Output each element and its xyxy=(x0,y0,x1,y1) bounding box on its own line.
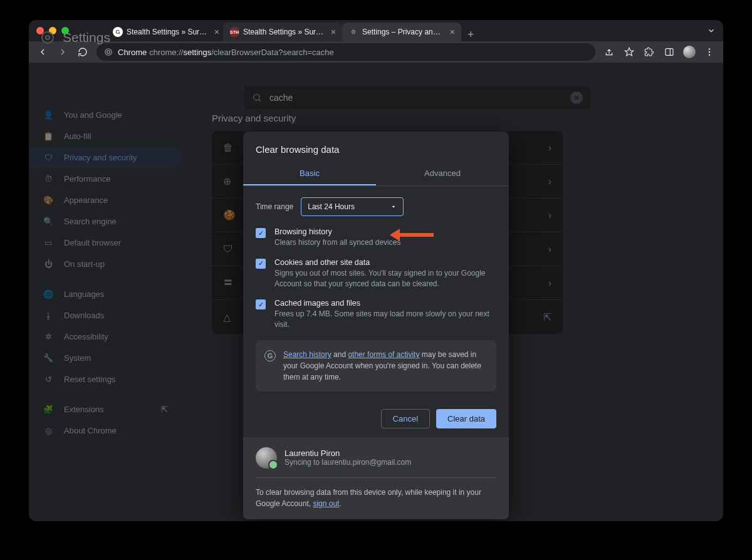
tab-basic[interactable]: Basic xyxy=(243,162,376,185)
info-text: Search history and other forms of activi… xyxy=(283,349,488,383)
sidebar-item-system[interactable]: 🔧System xyxy=(29,347,182,368)
cancel-button[interactable]: Cancel xyxy=(381,409,430,428)
shield-icon: 🛡 xyxy=(223,244,236,255)
user-name: Laurentiu Piron xyxy=(285,449,411,458)
sidebar-item-label: Accessibility xyxy=(64,332,108,341)
user-sync: Syncing to laurentiu.piron@gmail.com xyxy=(285,458,411,467)
clear-data-button[interactable]: Clear data xyxy=(436,409,496,428)
sidebar-item-label: Extensions xyxy=(64,405,104,414)
svg-marker-10 xyxy=(392,206,395,208)
cookie-icon: 🍪 xyxy=(223,209,236,221)
power-icon: ⏻ xyxy=(43,259,54,269)
tune-icon: 〓 xyxy=(223,276,236,289)
sidebar-item-performance[interactable]: ⏱Performance xyxy=(29,168,182,189)
time-range-row: Time range Last 24 Hours xyxy=(256,197,496,216)
shield-icon: 🛡 xyxy=(43,153,54,162)
sidebar-item-label: Performance xyxy=(64,174,110,184)
sidebar-item-label: Downloads xyxy=(64,311,104,320)
chrome-icon: ◎ xyxy=(43,426,54,435)
time-range-value: Last 24 Hours xyxy=(308,202,355,211)
dialog-footer: Laurentiu Piron Syncing to laurentiu.pir… xyxy=(243,437,509,519)
sidebar-item-label: Languages xyxy=(64,289,104,299)
speed-icon: ⏱ xyxy=(43,174,54,184)
sidebar-item-languages[interactable]: 🌐Languages xyxy=(29,283,182,304)
accessibility-icon: ✲ xyxy=(43,332,54,341)
settings-title: Settings xyxy=(63,30,110,45)
annotation-arrow xyxy=(400,233,434,237)
dialog-tabs: Basic Advanced xyxy=(243,162,509,186)
sandbox-icon: △ xyxy=(223,311,236,323)
check-desc: Frees up 7.4 MB. Some sites may load mor… xyxy=(274,309,496,330)
breadcrumb: Privacy and security xyxy=(212,113,698,123)
check-title: Browsing history xyxy=(274,227,400,236)
checkbox-icon[interactable]: ✓ xyxy=(256,299,266,309)
clear-data-dialog: Clear browsing data Basic Advanced Time … xyxy=(243,132,509,519)
check-desc: Clears history from all synced devices xyxy=(274,237,400,248)
clipboard-icon: 📋 xyxy=(43,132,54,141)
check-cookies[interactable]: ✓ Cookies and other site data Signs you … xyxy=(256,258,496,289)
wrench-icon: 🔧 xyxy=(43,353,54,363)
palette-icon: 🎨 xyxy=(43,195,54,205)
settings-sidebar: 👤You and Google 📋Auto-fill 🛡Privacy and … xyxy=(29,98,187,521)
sidebar-item-downloads[interactable]: ⭳Downloads xyxy=(29,304,182,326)
search-history-link[interactable]: Search history xyxy=(283,350,332,359)
sidebar-item-extensions[interactable]: 🧩Extensions⇱ xyxy=(29,398,182,420)
sidebar-item-accessibility[interactable]: ✲Accessibility xyxy=(29,326,182,347)
chevron-down-icon xyxy=(390,204,397,210)
avatar xyxy=(256,447,277,469)
sidebar-item-label: System xyxy=(64,353,91,363)
sidebar-item-appearance[interactable]: 🎨Appearance xyxy=(29,189,182,210)
time-range-label: Time range xyxy=(256,202,293,211)
sidebar-item-reset[interactable]: ↺Reset settings xyxy=(29,368,182,390)
user-row: Laurentiu Piron Syncing to laurentiu.pir… xyxy=(256,447,496,478)
signout-text: To clear browsing data from this device … xyxy=(256,487,496,509)
sidebar-item-label: Auto-fill xyxy=(64,132,91,141)
sidebar-item-label: You and Google xyxy=(64,110,122,120)
browser-window: G Stealth Settings » Sursa de tut × STH … xyxy=(29,20,723,521)
sidebar-item-label: Privacy and security xyxy=(64,153,137,162)
sidebar-item-default-browser[interactable]: ▭Default browser xyxy=(29,232,182,253)
sidebar-item-label: Appearance xyxy=(64,195,108,205)
puzzle-icon: 🧩 xyxy=(43,405,54,414)
download-icon: ⭳ xyxy=(43,311,54,320)
check-desc: Signs you out of most sites. You'll stay… xyxy=(274,268,496,289)
sidebar-item-label: Search engine xyxy=(64,217,117,226)
target-icon: ⊕ xyxy=(223,175,236,187)
reset-icon: ↺ xyxy=(43,375,54,384)
sidebar-item-on-startup[interactable]: ⏻On start-up xyxy=(29,253,182,274)
sidebar-item-label: Reset settings xyxy=(64,375,115,384)
checkbox-icon[interactable]: ✓ xyxy=(256,259,266,269)
globe-icon: 🌐 xyxy=(43,289,54,299)
external-link-icon: ⇱ xyxy=(161,405,168,414)
check-title: Cached images and files xyxy=(274,299,496,308)
sidebar-item-about[interactable]: ◎About Chrome xyxy=(29,420,182,441)
chrome-logo-icon xyxy=(41,31,54,44)
sidebar-item-autofill[interactable]: 📋Auto-fill xyxy=(29,125,182,147)
sidebar-item-privacy[interactable]: 🛡Privacy and security xyxy=(29,147,182,168)
google-g-icon: G xyxy=(264,350,276,361)
other-activity-link[interactable]: other forms of activity xyxy=(348,350,419,359)
external-link-icon: ⇱ xyxy=(543,311,551,323)
person-icon: 👤 xyxy=(43,110,54,120)
check-title: Cookies and other site data xyxy=(274,258,496,267)
sidebar-item-you-and-google[interactable]: 👤You and Google xyxy=(29,104,182,125)
sidebar-item-label: About Chrome xyxy=(64,426,117,435)
sidebar-item-label: Default browser xyxy=(64,238,121,247)
check-browsing-history[interactable]: ✓ Browsing history Clears history from a… xyxy=(256,227,496,248)
sidebar-item-label: On start-up xyxy=(64,259,105,269)
settings-header: Settings xyxy=(29,20,723,55)
sign-out-link[interactable]: sign out xyxy=(313,499,339,508)
search-icon: 🔍 xyxy=(43,217,54,226)
dialog-actions: Cancel Clear data xyxy=(243,400,509,437)
info-box: G Search history and other forms of acti… xyxy=(256,340,496,391)
browser-icon: ▭ xyxy=(43,238,54,247)
sidebar-item-search-engine[interactable]: 🔍Search engine xyxy=(29,210,182,232)
dialog-title: Clear browsing data xyxy=(243,132,509,162)
check-cached[interactable]: ✓ Cached images and files Frees up 7.4 M… xyxy=(256,299,496,330)
checkbox-icon[interactable]: ✓ xyxy=(256,228,266,238)
time-range-select[interactable]: Last 24 Hours xyxy=(301,197,404,216)
tab-advanced[interactable]: Advanced xyxy=(376,162,509,185)
trash-icon: 🗑 xyxy=(223,142,236,153)
